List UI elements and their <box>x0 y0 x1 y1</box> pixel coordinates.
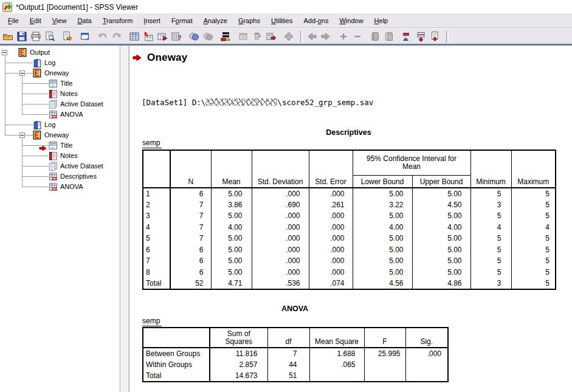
print-icon[interactable] <box>30 30 42 43</box>
menu-item-help[interactable]: Help <box>369 15 394 26</box>
collapse-expander-icon[interactable] <box>19 70 25 76</box>
cell: 4.00 <box>412 222 470 233</box>
cell: 25.995 <box>364 348 405 359</box>
menu-item-data[interactable]: Data <box>72 15 97 26</box>
find-icon[interactable]: ? <box>170 30 182 43</box>
outline-item-output[interactable]: Output <box>0 47 120 58</box>
outline-item-label: Log <box>44 120 55 130</box>
cell <box>309 370 364 382</box>
insert-text-icon[interactable] <box>429 30 441 43</box>
outline-item-active-dataset[interactable]: Active Dataset <box>0 161 120 171</box>
cell: 5 <box>511 233 556 244</box>
outline-item-log[interactable]: Log <box>0 58 120 68</box>
table-row: 665.00.000.0005.005.0055 <box>143 244 556 256</box>
descriptives-table[interactable]: NMeanStd. DeviationStd. Error95% Confide… <box>142 150 556 290</box>
show-output-icon[interactable] <box>383 30 395 43</box>
cell: 5.00 <box>353 233 412 244</box>
outline-item-log[interactable]: Log <box>0 120 120 130</box>
notes-icon <box>49 89 58 98</box>
cell: 7 <box>170 199 211 211</box>
pane-splitter[interactable] <box>120 46 129 392</box>
cell: 5.00 <box>353 210 412 222</box>
cell: 4.56 <box>353 278 412 289</box>
cell: .000 <box>252 267 309 278</box>
outline-item-notes[interactable]: Notes <box>0 151 120 161</box>
hide-output-icon[interactable] <box>369 30 381 43</box>
outline-item-anova[interactable]: ANOVA <box>0 109 120 120</box>
row-label: 4 <box>143 222 170 233</box>
toolbar-group <box>97 30 123 43</box>
dataset-icon <box>49 100 58 109</box>
menu-item-graphs[interactable]: Graphs <box>233 15 266 26</box>
anova-table[interactable]: Sum of SquaresdfMean SquareFSig.Between … <box>142 327 449 382</box>
current-item-arrow-icon <box>133 54 142 61</box>
variables-icon[interactable] <box>156 30 168 43</box>
collapse-expander-icon[interactable] <box>19 132 25 138</box>
menu-item-insert[interactable]: Insert <box>138 15 166 26</box>
menu-item-format[interactable]: Format <box>166 15 198 26</box>
goto-case-icon[interactable] <box>142 30 154 43</box>
title-icon <box>49 141 58 150</box>
column-header: Mean Square <box>309 328 364 348</box>
use-sets-icon[interactable] <box>219 30 232 43</box>
cell: .000 <box>252 188 309 199</box>
cell: 6 <box>170 255 211 267</box>
venn-circles-icon[interactable] <box>188 30 200 43</box>
column-header <box>143 150 170 188</box>
descriptives-title: Descriptives <box>142 128 555 137</box>
menu-item-add-ons[interactable]: Add-ons <box>298 15 334 26</box>
row-label: Between Groups <box>143 348 210 359</box>
export-icon[interactable] <box>61 30 74 43</box>
menu-item-transform[interactable]: Transform <box>97 15 139 26</box>
outline-item-label: Title <box>60 140 72 151</box>
outline-item-notes[interactable]: Notes <box>0 89 120 99</box>
cell: .536 <box>252 278 309 289</box>
cell: 4.71 <box>211 278 252 289</box>
menu-item-utilities[interactable]: Utilities <box>266 15 298 26</box>
cell: 5 <box>470 244 511 256</box>
column-header: Mean <box>211 150 252 188</box>
outline-item-oneway[interactable]: Oneway <box>0 68 120 78</box>
menu-item-window[interactable]: Window <box>334 15 368 26</box>
anova-title: ANOVA <box>142 304 447 313</box>
menu-item-analyze[interactable]: Analyze <box>198 15 233 26</box>
outline-item-descriptives[interactable]: Descriptives <box>0 171 120 182</box>
column-header: Sum of Squares <box>210 328 267 348</box>
insert-heading-icon[interactable] <box>401 30 413 43</box>
outline-item-title[interactable]: Title <box>0 78 120 89</box>
goto-data-icon[interactable] <box>128 30 140 43</box>
cell: 5.00 <box>353 255 412 267</box>
save-icon[interactable] <box>16 30 28 43</box>
outline-item-active-dataset[interactable]: Active Dataset <box>0 99 120 109</box>
cell: 5.00 <box>353 267 412 278</box>
cell: 5.00 <box>211 244 252 256</box>
open-file-icon[interactable] <box>2 30 14 43</box>
toolbar: ? <box>0 28 572 46</box>
row-label: 8 <box>143 267 170 278</box>
outline-item-label: Oneway <box>44 130 69 140</box>
cell: 3.22 <box>353 199 412 211</box>
outline-item-oneway[interactable]: Oneway <box>0 130 120 140</box>
cell <box>364 359 405 371</box>
menu-item-edit[interactable]: Edit <box>24 15 47 26</box>
insert-title-icon[interactable] <box>415 30 427 43</box>
outline-item-title[interactable]: Title <box>0 140 120 151</box>
cell: 5 <box>470 267 511 278</box>
table-icon <box>49 110 58 119</box>
menu-item-view[interactable]: View <box>47 15 72 26</box>
insert-table-icon[interactable] <box>265 30 277 43</box>
table-row: 474.00.000.0004.004.0044 <box>143 222 556 233</box>
cell: 51 <box>267 370 309 382</box>
pitcher-icon <box>251 30 263 43</box>
recall-dialogs-icon[interactable] <box>79 30 91 43</box>
collapse-expander-icon[interactable] <box>2 50 7 55</box>
table-row: Total14.67351 <box>143 370 448 382</box>
menu-item-file[interactable]: File <box>2 15 24 26</box>
cell: .074 <box>309 278 353 289</box>
outline-item-anova[interactable]: ANOVA <box>0 182 120 192</box>
cell: 3 <box>470 278 511 289</box>
content-pane: Oneway [DataSet1] D:\\score52_grp_semp.s… <box>129 46 572 392</box>
cell: .000 <box>252 222 309 233</box>
anova-caption: semp <box>142 317 162 326</box>
print-preview-icon[interactable] <box>44 30 56 43</box>
